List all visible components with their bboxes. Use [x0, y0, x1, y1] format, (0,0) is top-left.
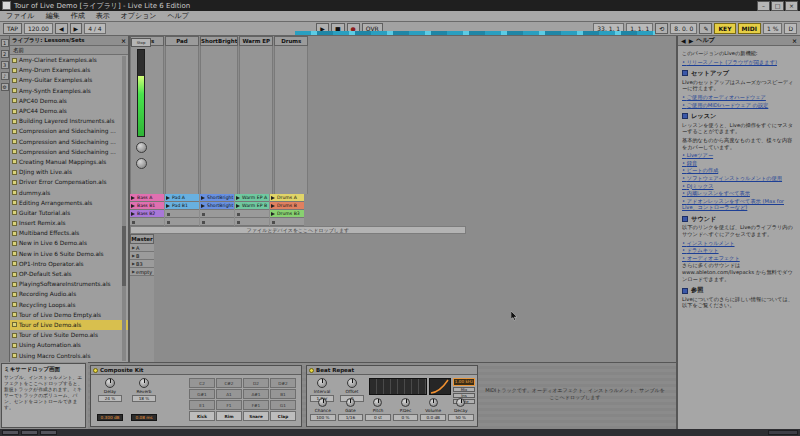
list-item[interactable]: Using Macro Controls.als [10, 350, 128, 360]
list-item[interactable]: Insert Remix.als [10, 218, 128, 228]
taskbar-button[interactable] [21, 430, 38, 435]
lesson-link[interactable]: 内蔵レッスンをすべて表示 [682, 190, 796, 197]
list-item[interactable]: Tour of Live Suite Demo.als [10, 330, 128, 340]
offset-knob[interactable] [347, 378, 357, 388]
master-volume-knob[interactable] [136, 158, 147, 169]
lesson-link[interactable]: DJミックス [682, 183, 796, 190]
clip-slot[interactable] [235, 218, 269, 226]
list-item[interactable]: New in Live 6 Suite Demo.als [10, 249, 128, 259]
list-item[interactable]: Tour of Live Demo.als [10, 320, 128, 330]
browser-column-name[interactable]: 名前 [13, 47, 24, 54]
stop-all-clips-button[interactable]: Stop Clips [131, 38, 151, 47]
device-on-icon[interactable] [93, 368, 98, 373]
time-signature-field[interactable]: 4 / 4 [84, 23, 105, 34]
drum-pad[interactable]: C#2 [216, 378, 242, 388]
list-item[interactable]: Multiband Effects.als [10, 228, 128, 238]
lesson-link[interactable]: ビートの作成 [682, 167, 796, 174]
drum-pad[interactable]: D#2 [270, 378, 296, 388]
track-header[interactable]: ShortBright [200, 36, 238, 46]
list-item[interactable]: Editing Arrangements.als [10, 198, 128, 208]
clip-slot[interactable]: Warm EP B [235, 202, 269, 210]
interval-knob[interactable] [317, 378, 327, 388]
master-track-header[interactable]: Master [130, 234, 154, 244]
menu-item[interactable]: オプション [121, 11, 157, 21]
device-knob[interactable] [456, 398, 465, 407]
loop-length-field[interactable]: 8. 0. 0 [670, 23, 697, 34]
clip-slot[interactable] [165, 210, 199, 218]
list-item[interactable]: Amy-Guitar Examples.als [10, 75, 128, 85]
list-item[interactable]: Using Automation.als [10, 340, 128, 350]
list-item[interactable]: Amy-Synth Examples.als [10, 86, 128, 96]
drum-pad[interactable]: G1 [270, 400, 296, 410]
track-header[interactable]: Drums [274, 36, 308, 46]
lesson-link[interactable]: アドオンレッスンをすべて表示 (Max for Live、コントローラーなど) [682, 198, 796, 211]
maximize-button[interactable]: □ [771, 1, 784, 11]
clip-slot[interactable]: ShortBright A [200, 194, 234, 202]
clip-slot[interactable]: Drums B [270, 202, 304, 210]
list-item[interactable]: OP-Default Set.als [10, 269, 128, 279]
list-item[interactable]: Compression and Sidechaining ... [10, 137, 128, 147]
drum-pad[interactable]: F#1 [243, 400, 269, 410]
list-item[interactable]: DJing with Live.als [10, 167, 128, 177]
clip-slot[interactable] [130, 218, 164, 226]
setup-link[interactable]: ご使用のMIDIハードウェア の設定 [682, 102, 796, 109]
close-button[interactable]: × [785, 1, 798, 11]
sound-link[interactable]: インストゥルメント [682, 240, 796, 247]
help-close-icon[interactable]: × [792, 37, 797, 44]
preview-volume-knob[interactable] [136, 142, 147, 153]
browser-selector-icon[interactable]: 2 [1, 50, 9, 58]
list-item[interactable]: Compression and Sidechaining ... [10, 126, 128, 136]
taskbar-button[interactable] [40, 430, 57, 435]
scene-slot[interactable]: ▶ B3 [130, 260, 154, 268]
clip-slot[interactable]: Bass A [130, 194, 164, 202]
device-title[interactable]: Composite Kit [100, 367, 143, 373]
scene-play-icon[interactable]: ▶ [132, 253, 135, 258]
sound-link[interactable]: ドラムキット [682, 247, 796, 254]
clip-slot[interactable]: Drums A [270, 194, 304, 202]
mode-button[interactable]: Mix [453, 387, 475, 392]
drum-pad[interactable]: B1 [270, 389, 296, 399]
draw-mode-icon[interactable]: ✎ [699, 23, 712, 34]
lesson-next-icon[interactable]: ▶ [689, 37, 694, 44]
delay-knob[interactable] [105, 378, 115, 388]
device-on-icon[interactable] [309, 368, 314, 373]
clip-slot[interactable] [235, 210, 269, 218]
device-knob[interactable] [318, 398, 327, 407]
drum-pad[interactable]: A1 [216, 389, 242, 399]
menu-item[interactable]: ファイル [6, 11, 35, 21]
list-item[interactable]: OP1-Intro Operator.als [10, 259, 128, 269]
track-header[interactable]: Warm EP [239, 36, 273, 46]
list-item[interactable]: Compression and Sidechaining ... [10, 147, 128, 157]
session-drop-area[interactable]: ファイルとデバイスをここへドロップします [130, 226, 466, 234]
browser-selector-icon[interactable]: ♪ [1, 72, 9, 80]
clip-slot[interactable]: Drums B3 [270, 210, 304, 218]
drum-pad[interactable]: D2 [243, 378, 269, 388]
list-item[interactable]: Guitar Tutorial.als [10, 208, 128, 218]
nudge-up-button[interactable]: ▶ [70, 23, 83, 34]
scene-slot[interactable]: ▶ empty [130, 268, 154, 276]
menu-item[interactable]: 作成 [71, 11, 85, 21]
list-item[interactable]: New in Live 6 Demo.als [10, 238, 128, 248]
clip-slot[interactable]: Pad A [165, 194, 199, 202]
key-map-button[interactable]: KEY [714, 23, 735, 34]
lesson-link[interactable]: ソフトウェアインストゥルメントの使用 [682, 175, 796, 182]
list-item[interactable]: Building Layered Instruments.als [10, 116, 128, 126]
setup-link[interactable]: ご使用のオーディオハードウェア [682, 94, 796, 101]
device-title[interactable]: Beat Repeat [316, 367, 354, 373]
clip-slot[interactable] [270, 218, 304, 226]
menu-item[interactable]: 表示 [96, 11, 110, 21]
filter-frequency-field[interactable]: 1.00 kHz [453, 378, 475, 386]
browser-selector-icon[interactable]: 3 [1, 61, 9, 69]
scene-play-icon[interactable]: ▶ [132, 269, 135, 274]
browser-close-icon[interactable]: × [121, 37, 126, 44]
clip-slot[interactable] [200, 210, 234, 218]
reverb-knob[interactable] [139, 378, 149, 388]
clip-slot[interactable]: Bass B1 [130, 202, 164, 210]
device-knob[interactable] [346, 398, 355, 407]
nudge-down-button[interactable]: ◀ [55, 23, 68, 34]
list-item[interactable]: Creating Manual Mappings.als [10, 157, 128, 167]
tempo-field[interactable]: 120.00 [24, 23, 53, 34]
list-item[interactable]: PlayingSoftwareInstruments.als [10, 279, 128, 289]
clip-slot[interactable]: Warm EP A [235, 194, 269, 202]
scene-play-icon[interactable]: ▶ [132, 245, 135, 250]
